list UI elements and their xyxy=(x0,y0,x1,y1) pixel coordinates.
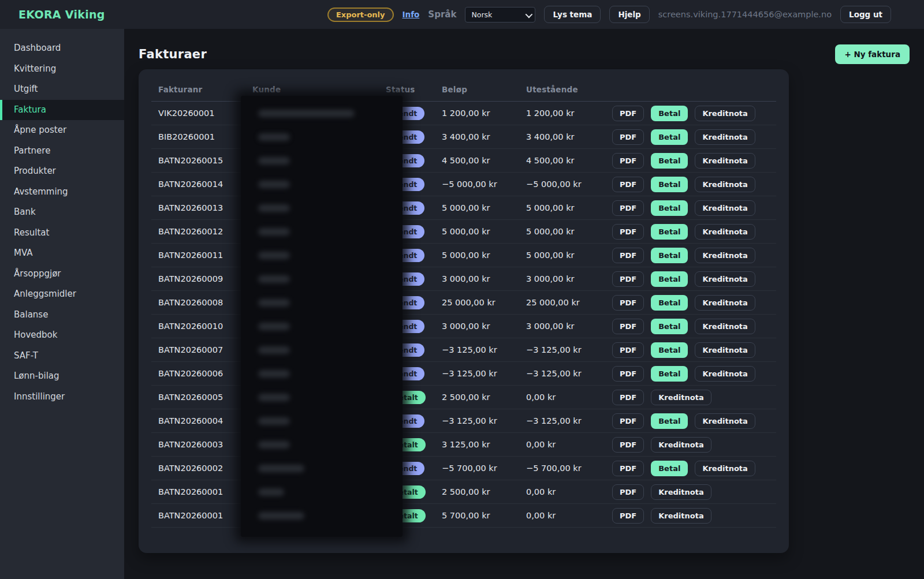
amount-cell: −3 125,00 kr xyxy=(442,416,526,425)
sidebar-item-innstillinger[interactable]: Innstillinger xyxy=(0,387,124,408)
row-actions: PDFBetalKreditnota xyxy=(612,106,776,121)
kreditnota-button[interactable]: Kreditnota xyxy=(695,200,755,216)
outstanding-cell: −3 125,00 kr xyxy=(526,416,612,425)
pdf-button[interactable]: PDF xyxy=(612,153,644,169)
sidebar-item-saf-t[interactable]: SAF-T xyxy=(0,346,124,367)
sidebar-item-balanse[interactable]: Balanse xyxy=(0,305,124,326)
betal-button[interactable]: Betal xyxy=(651,413,688,429)
pdf-button[interactable]: PDF xyxy=(612,106,644,121)
sidebar-item-dashboard[interactable]: Dashboard xyxy=(0,38,124,59)
sidebar-item-bank[interactable]: Bank xyxy=(0,202,124,223)
sidebar-item-mva[interactable]: MVA xyxy=(0,243,124,264)
pdf-button[interactable]: PDF xyxy=(612,437,644,453)
sidebar-item-faktura[interactable]: Faktura xyxy=(0,100,124,121)
kreditnota-button[interactable]: Kreditnota xyxy=(695,295,755,311)
sidebar-item--pne-poster[interactable]: Åpne poster xyxy=(0,120,124,141)
pdf-button[interactable]: PDF xyxy=(612,484,644,500)
kreditnota-button[interactable]: Kreditnota xyxy=(695,271,755,287)
kreditnota-button[interactable]: Kreditnota xyxy=(651,437,711,453)
new-invoice-button[interactable]: + Ny faktura xyxy=(835,44,910,64)
amount-cell: 3 000,00 kr xyxy=(442,322,526,331)
kreditnota-button[interactable]: Kreditnota xyxy=(695,461,755,476)
kreditnota-button[interactable]: Kreditnota xyxy=(695,177,755,192)
pdf-button[interactable]: PDF xyxy=(612,342,644,358)
invoice-number: BIB20260001 xyxy=(151,132,252,141)
sidebar-item-avstemming[interactable]: Avstemming xyxy=(0,182,124,203)
pdf-button[interactable]: PDF xyxy=(612,177,644,192)
sidebar-nav: DashboardKvitteringUtgiftFakturaÅpne pos… xyxy=(0,29,124,579)
betal-button[interactable]: Betal xyxy=(651,319,688,334)
topbar-actions: Export-only Info Språk Norsk Lys tema Hj… xyxy=(327,6,891,23)
app-logo: EKORA Viking xyxy=(18,8,105,21)
pdf-button[interactable]: PDF xyxy=(612,508,644,524)
sidebar-item-anleggsmidler[interactable]: Anleggsmidler xyxy=(0,284,124,305)
row-actions: PDFKreditnota xyxy=(612,390,776,405)
kreditnota-button[interactable]: Kreditnota xyxy=(695,319,755,334)
pdf-button[interactable]: PDF xyxy=(612,224,644,240)
pdf-button[interactable]: PDF xyxy=(612,295,644,311)
sidebar-item-l-nn-bilag[interactable]: Lønn-bilag xyxy=(0,366,124,387)
column-header-utest-ende: Utestående xyxy=(526,85,612,94)
language-select[interactable]: Norsk xyxy=(465,7,535,23)
pdf-button[interactable]: PDF xyxy=(612,413,644,429)
outstanding-cell: 0,00 kr xyxy=(526,487,612,496)
kreditnota-button[interactable]: Kreditnota xyxy=(695,342,755,358)
sidebar-item-hovedbok[interactable]: Hovedbok xyxy=(0,325,124,346)
sidebar-item-produkter[interactable]: Produkter xyxy=(0,161,124,182)
betal-button[interactable]: Betal xyxy=(651,461,688,476)
pdf-button[interactable]: PDF xyxy=(612,366,644,382)
betal-button[interactable]: Betal xyxy=(651,106,688,121)
help-button[interactable]: Hjelp xyxy=(609,6,649,23)
theme-toggle-button[interactable]: Lys tema xyxy=(544,6,601,23)
row-actions: PDFKreditnota xyxy=(612,508,776,524)
pdf-button[interactable]: PDF xyxy=(612,248,644,263)
betal-button[interactable]: Betal xyxy=(651,295,688,311)
row-actions: PDFBetalKreditnota xyxy=(612,177,776,192)
outstanding-cell: −3 125,00 kr xyxy=(526,345,612,354)
kreditnota-button[interactable]: Kreditnota xyxy=(651,484,711,500)
kreditnota-button[interactable]: Kreditnota xyxy=(651,390,711,405)
sidebar-item-resultat[interactable]: Resultat xyxy=(0,223,124,244)
sidebar-item-partnere[interactable]: Partnere xyxy=(0,141,124,162)
invoice-number: BATN20260010 xyxy=(151,322,252,331)
kreditnota-button[interactable]: Kreditnota xyxy=(695,153,755,169)
redacted-customer-blob xyxy=(258,465,304,472)
pdf-button[interactable]: PDF xyxy=(612,461,644,476)
kreditnota-button[interactable]: Kreditnota xyxy=(695,366,755,382)
redacted-customer-blob xyxy=(258,228,290,236)
sidebar-item--rsoppgj-r[interactable]: Årsoppgjør xyxy=(0,264,124,285)
logout-button[interactable]: Logg ut xyxy=(840,6,891,23)
kreditnota-button[interactable]: Kreditnota xyxy=(695,248,755,263)
betal-button[interactable]: Betal xyxy=(651,248,688,263)
sidebar-item-kvittering[interactable]: Kvittering xyxy=(0,59,124,80)
amount-cell: −3 125,00 kr xyxy=(442,345,526,354)
info-link[interactable]: Info xyxy=(403,10,420,19)
outstanding-cell: 0,00 kr xyxy=(526,440,612,449)
pdf-button[interactable]: PDF xyxy=(612,390,644,405)
betal-button[interactable]: Betal xyxy=(651,153,688,169)
pdf-button[interactable]: PDF xyxy=(612,319,644,334)
amount-cell: −5 700,00 kr xyxy=(442,464,526,473)
pdf-button[interactable]: PDF xyxy=(612,129,644,145)
invoice-table-card: FakturanrKundeStatusBeløpUtestående VIK2… xyxy=(139,69,789,553)
betal-button[interactable]: Betal xyxy=(651,271,688,287)
betal-button[interactable]: Betal xyxy=(651,366,688,382)
betal-button[interactable]: Betal xyxy=(651,129,688,145)
kreditnota-button[interactable]: Kreditnota xyxy=(651,508,711,524)
betal-button[interactable]: Betal xyxy=(651,342,688,358)
outstanding-cell: 0,00 kr xyxy=(526,393,612,402)
pdf-button[interactable]: PDF xyxy=(612,271,644,287)
amount-cell: 5 000,00 kr xyxy=(442,203,526,212)
pdf-button[interactable]: PDF xyxy=(612,200,644,216)
kreditnota-button[interactable]: Kreditnota xyxy=(695,106,755,121)
betal-button[interactable]: Betal xyxy=(651,200,688,216)
betal-button[interactable]: Betal xyxy=(651,177,688,192)
sidebar-item-utgift[interactable]: Utgift xyxy=(0,79,124,100)
kreditnota-button[interactable]: Kreditnota xyxy=(695,413,755,429)
outstanding-cell: 25 000,00 kr xyxy=(526,298,612,307)
main-content: Fakturaer + Ny faktura FakturanrKundeSta… xyxy=(124,29,924,579)
kreditnota-button[interactable]: Kreditnota xyxy=(695,129,755,145)
kreditnota-button[interactable]: Kreditnota xyxy=(695,224,755,240)
invoice-number: BATN20260011 xyxy=(151,251,252,260)
betal-button[interactable]: Betal xyxy=(651,224,688,240)
